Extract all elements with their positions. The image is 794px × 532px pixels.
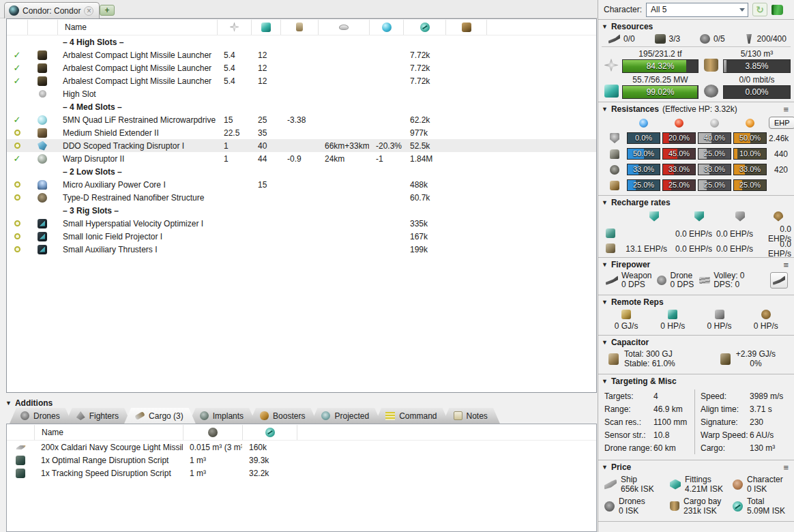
state-active-icon[interactable]: ✓ (14, 50, 21, 59)
stat-label: Sensor str.: (604, 430, 653, 440)
hardpoint-stat: 0/5 (700, 34, 725, 44)
fit-row[interactable]: ✓Arbalest Compact Light Missile Launcher… (7, 48, 596, 61)
recharge-rows: 0.0 EHP/s0.0 EHP/s0.0 EHP/s13.1 EHP/s0.0… (602, 224, 791, 254)
state-online-icon[interactable] (14, 130, 20, 136)
fit-row[interactable]: High Slot (7, 87, 596, 100)
recharge-value: 0.0 EHP/s (754, 239, 793, 258)
missile-launcher-icon (38, 76, 47, 86)
stat-row: Targets:4 (604, 389, 694, 402)
collapse-icon[interactable]: ▼ (602, 261, 608, 268)
resource-bar-percent: 0.00% (724, 86, 790, 98)
resist-bar: 25.0% (698, 148, 731, 160)
thermal-damage-icon (675, 119, 683, 128)
module-price: 488k (403, 180, 445, 190)
tab-implants[interactable]: Implants (189, 408, 256, 424)
fit-row[interactable]: Small Ionic Field Projector I167k (7, 230, 596, 243)
fit-tab-title: Condor: Condor (23, 6, 80, 16)
tab-boosters[interactable]: Boosters (249, 408, 317, 424)
state-active-icon[interactable]: ✓ (14, 115, 21, 124)
module-cap: -0.9 (280, 154, 318, 164)
stat-row: Signature:230 (701, 415, 791, 428)
state-online-icon[interactable] (14, 220, 20, 226)
character-editor-button[interactable] (771, 5, 783, 15)
state-online-icon[interactable] (14, 246, 20, 252)
state-online-icon[interactable] (14, 233, 20, 239)
resist-row-damage-pattern: 25.0%25.0%25.0%25.0% (610, 179, 791, 191)
menu-icon[interactable]: ≡ (783, 104, 789, 115)
state-column-header (7, 20, 27, 35)
state-active-icon[interactable]: ✓ (14, 76, 21, 85)
fit-row[interactable]: ✓Arbalest Compact Light Missile Launcher… (7, 61, 596, 74)
collapse-icon[interactable]: ▼ (602, 199, 608, 206)
stat-value: 10.8 (653, 430, 694, 440)
state-online-icon[interactable] (14, 194, 20, 201)
resist-bar: 25.0% (733, 179, 767, 191)
collapse-icon[interactable]: ▼ (602, 299, 608, 306)
fittings-icon (670, 479, 681, 490)
damage-pattern-icon (610, 181, 619, 190)
price-value: 4.21M ISK (685, 484, 723, 494)
targeting-left-column: Targets:4Range:46.9 kmScan res.:1100 mmS… (604, 389, 694, 454)
fit-row[interactable]: Small Hyperspatial Velocity Optimizer I3… (7, 217, 596, 230)
slot-section-header: – 4 Med Slots – (7, 100, 596, 113)
collapse-icon[interactable]: ▼ (602, 106, 608, 113)
hardpoint-stat: 0/0 (608, 34, 635, 44)
tab-drones[interactable]: Drones (10, 408, 72, 424)
fit-row[interactable]: ✓Arbalest Compact Light Missile Launcher… (7, 74, 596, 87)
tab-fighters[interactable]: Fighters (65, 408, 131, 424)
tab-close-icon[interactable]: × (84, 6, 93, 16)
cargo-item-volume: 1 m³ (183, 456, 242, 465)
resist-row-armor: 50.0%45.0%25.0%10.0%440 (610, 148, 791, 160)
new-tab-button[interactable]: + (100, 5, 115, 16)
tab-label: Command (399, 411, 437, 421)
price-column-icon (265, 428, 275, 437)
cargo-row[interactable]: 1x Tracking Speed Disruption Script1 m³3… (7, 467, 596, 479)
tab-projected[interactable]: Projected (310, 408, 381, 424)
collapse-icon[interactable]: ▼ (602, 339, 608, 346)
fit-row[interactable]: ✓5MN Quad LiF Restrained Microwarpdrive1… (7, 113, 596, 126)
state-online-icon[interactable] (14, 143, 20, 149)
tab-command[interactable]: Command (374, 408, 449, 424)
targeting-right-column: Speed:3989 m/sAlign time:3.71 sSignature… (694, 389, 791, 454)
cargo-row[interactable]: 1x Optimal Range Disruption Script1 m³39… (7, 454, 596, 467)
fit-row[interactable]: DDO Scoped Tracking Disruptor I14066km+3… (7, 139, 596, 152)
menu-icon[interactable]: ≡ (783, 260, 789, 270)
recharge-value: 0.0 EHP/s (668, 229, 714, 239)
module-price: 60.7k (403, 193, 445, 203)
cargo-row[interactable]: 200x Caldari Navy Scourge Light Missile0… (7, 441, 596, 454)
collapse-icon[interactable]: ▼ (602, 23, 608, 30)
fit-row[interactable]: Small Auxiliary Thrusters I199k (7, 243, 596, 256)
fit-row[interactable]: Micro Auxiliary Power Core I15488k (7, 178, 596, 191)
tab-notes[interactable]: Notes (443, 408, 500, 424)
character-label: Character: (604, 5, 642, 14)
menu-icon[interactable]: ≡ (783, 462, 789, 473)
module-name: DDO Scoped Tracking Disruptor I (57, 141, 217, 151)
module-price: 167k (403, 232, 445, 241)
resist-value: 25.0% (734, 180, 766, 190)
ehp-button[interactable]: EHP (769, 117, 794, 129)
fit-tab[interactable]: Condor: Condor × (4, 2, 100, 18)
tab-cargo-3[interactable]: Cargo (3) (124, 408, 196, 424)
resource-bar-label: 5/130 m³ (723, 49, 791, 59)
additions-section-label[interactable]: ▼ Additions (5, 398, 53, 408)
microwarpdrive-icon (38, 115, 47, 125)
graphs-button[interactable] (770, 272, 788, 289)
stat-value: 6 AU/s (750, 430, 791, 440)
stat-row: Cargo:130 m³ (701, 441, 791, 454)
refresh-button[interactable]: ↻ (752, 3, 767, 16)
cargo-table-body: 200x Caldari Navy Scourge Light Missile0… (7, 441, 596, 479)
character-select[interactable]: All 5 (646, 3, 748, 17)
rig-icon (38, 232, 47, 241)
collapse-icon[interactable]: ▼ (602, 378, 608, 385)
fit-row[interactable]: Type-D Restrained Nanofiber Structure60.… (7, 191, 596, 204)
fit-row[interactable]: Medium Shield Extender II22.535977k (7, 126, 596, 139)
state-active-icon[interactable]: ✓ (14, 63, 21, 72)
resist-value: 0.0% (628, 133, 660, 143)
state-active-icon[interactable]: ✓ (14, 154, 21, 163)
collapse-icon[interactable]: ▼ (602, 464, 608, 471)
reinforced-icon (606, 228, 615, 238)
state-online-icon[interactable] (14, 181, 20, 188)
fit-row[interactable]: ✓Warp Disruptor II144-0.924km-11.84M (7, 152, 596, 165)
resist-value: 33.0% (663, 164, 695, 175)
resist-value: 25.0% (628, 180, 660, 190)
